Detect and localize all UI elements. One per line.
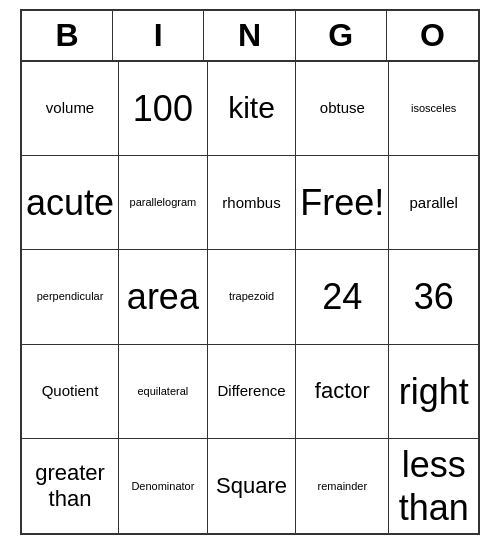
cell-text: 36	[414, 275, 454, 318]
cell-text: factor	[315, 378, 370, 404]
cell-text: Free!	[300, 181, 384, 224]
bingo-card: BINGO volume100kiteobtuseisoscelesacutep…	[20, 9, 480, 536]
bingo-cell: Free!	[296, 156, 389, 250]
cell-text: rhombus	[222, 194, 280, 212]
header-letter: B	[22, 11, 113, 60]
bingo-cell: Denominator	[119, 439, 208, 533]
cell-text: perpendicular	[37, 290, 104, 303]
bingo-grid: volume100kiteobtuseisoscelesacuteparalle…	[22, 62, 478, 534]
header-letter: G	[296, 11, 387, 60]
bingo-cell: parallelogram	[119, 156, 208, 250]
bingo-cell: equilateral	[119, 345, 208, 439]
cell-text: volume	[46, 99, 94, 117]
bingo-cell: kite	[208, 62, 297, 156]
bingo-header: BINGO	[22, 11, 478, 62]
header-letter: I	[113, 11, 204, 60]
cell-text: greater than	[35, 460, 105, 513]
bingo-cell: rhombus	[208, 156, 297, 250]
bingo-cell: parallel	[389, 156, 478, 250]
cell-text: trapezoid	[229, 290, 274, 303]
cell-text: Quotient	[42, 382, 99, 400]
bingo-cell: trapezoid	[208, 250, 297, 344]
bingo-cell: perpendicular	[22, 250, 119, 344]
bingo-cell: acute	[22, 156, 119, 250]
bingo-cell: Square	[208, 439, 297, 533]
cell-text: Difference	[217, 382, 285, 400]
cell-text: area	[127, 275, 199, 318]
bingo-cell: 100	[119, 62, 208, 156]
bingo-cell: right	[389, 345, 478, 439]
cell-text: obtuse	[320, 99, 365, 117]
header-letter: N	[204, 11, 295, 60]
cell-text: right	[399, 370, 469, 413]
cell-text: equilateral	[138, 385, 189, 398]
cell-text: kite	[228, 90, 275, 126]
bingo-cell: isosceles	[389, 62, 478, 156]
cell-text: Denominator	[131, 480, 194, 493]
bingo-cell: greater than	[22, 439, 119, 533]
cell-text: 24	[322, 275, 362, 318]
cell-text: Square	[216, 473, 287, 499]
cell-text: parallel	[409, 194, 457, 212]
cell-text: less than	[399, 443, 469, 529]
cell-text: 100	[133, 87, 193, 130]
cell-text: remainder	[318, 480, 368, 493]
bingo-cell: area	[119, 250, 208, 344]
bingo-cell: 36	[389, 250, 478, 344]
bingo-cell: less than	[389, 439, 478, 533]
cell-text: parallelogram	[130, 196, 197, 209]
bingo-cell: remainder	[296, 439, 389, 533]
bingo-cell: Difference	[208, 345, 297, 439]
cell-text: acute	[26, 181, 114, 224]
bingo-cell: Quotient	[22, 345, 119, 439]
bingo-cell: obtuse	[296, 62, 389, 156]
bingo-cell: 24	[296, 250, 389, 344]
cell-text: isosceles	[411, 102, 456, 115]
bingo-cell: volume	[22, 62, 119, 156]
bingo-cell: factor	[296, 345, 389, 439]
header-letter: O	[387, 11, 478, 60]
